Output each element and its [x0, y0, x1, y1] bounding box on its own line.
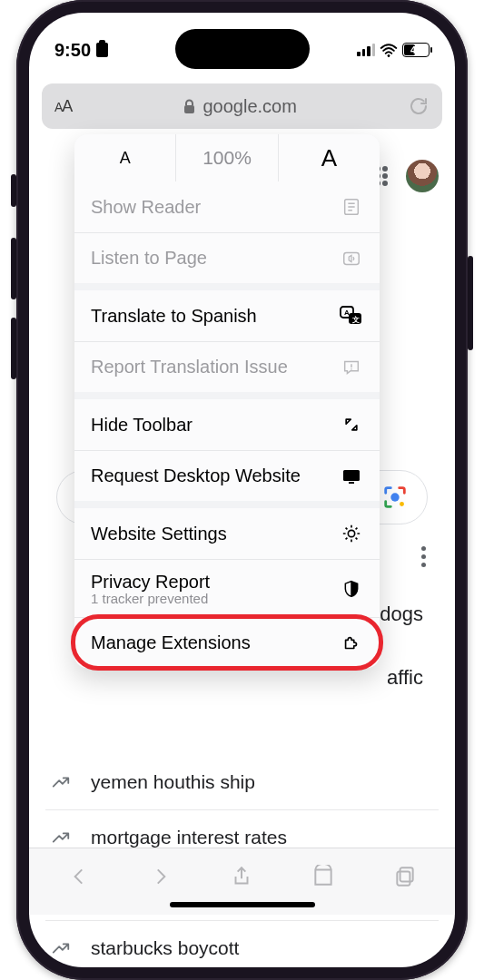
desktop-icon: [340, 465, 363, 488]
partial-text: affic: [387, 666, 423, 690]
svg-point-2: [390, 493, 399, 501]
svg-rect-5: [397, 871, 410, 885]
svg-point-19: [348, 530, 354, 536]
reload-button[interactable]: [408, 95, 430, 117]
listen-to-page-item[interactable]: Listen to Page: [74, 232, 380, 283]
puzzle-piece-icon: [340, 632, 363, 655]
svg-text:A: A: [344, 309, 350, 317]
svg-point-0: [388, 54, 390, 57]
hide-toolbar-item[interactable]: Hide Toolbar: [74, 399, 380, 450]
page-settings-popover: A 100% A Show Reader Listen to Page: [74, 134, 380, 668]
url-bar[interactable]: AA google.com: [42, 83, 442, 129]
wifi-icon: [380, 44, 398, 57]
website-settings-item[interactable]: Website Settings: [74, 508, 380, 559]
phone-frame: 9:50 42 AA: [16, 0, 468, 980]
google-lens-icon[interactable]: [381, 484, 409, 511]
page-format-button[interactable]: AA: [54, 97, 72, 116]
text-size-decrease-button[interactable]: A: [74, 134, 176, 181]
manage-extensions-item[interactable]: Manage Extensions: [74, 617, 380, 668]
id-card-icon: [96, 43, 108, 57]
svg-line-24: [346, 528, 348, 530]
report-translation-item[interactable]: Report Translation Issue: [74, 341, 380, 392]
svg-rect-4: [400, 867, 413, 881]
svg-point-16: [351, 368, 352, 370]
request-desktop-item[interactable]: Request Desktop Website: [74, 450, 380, 501]
show-reader-item[interactable]: Show Reader: [74, 181, 380, 232]
text-size-increase-button[interactable]: A: [279, 134, 380, 181]
account-avatar[interactable]: [406, 160, 439, 192]
forward-button[interactable]: [138, 858, 183, 895]
svg-line-27: [356, 528, 358, 530]
report-bubble-icon: [340, 356, 363, 379]
more-menu-icon[interactable]: [412, 537, 435, 576]
privacy-report-item[interactable]: Privacy Report 1 tracker prevented: [74, 559, 380, 617]
svg-rect-17: [343, 470, 360, 481]
battery-icon: 42: [402, 43, 430, 57]
svg-line-25: [356, 538, 358, 540]
dynamic-island: [175, 29, 310, 69]
speaker-icon: [340, 247, 363, 270]
home-indicator[interactable]: [170, 902, 315, 907]
text-size-value: 100%: [176, 134, 278, 181]
phone-screen: 9:50 42 AA: [29, 13, 455, 967]
trending-up-icon: [51, 938, 71, 958]
tabs-button[interactable]: [382, 858, 428, 895]
bookmarks-button[interactable]: [301, 858, 346, 895]
trending-up-icon: [51, 828, 71, 848]
cellular-signal-icon: [357, 44, 375, 56]
status-time: 9:50: [54, 40, 91, 61]
svg-rect-1: [184, 105, 194, 113]
svg-line-26: [346, 538, 348, 540]
privacy-report-subtitle: 1 tracker prevented: [91, 591, 210, 606]
gear-icon: [340, 522, 363, 545]
svg-point-3: [400, 502, 404, 506]
lock-icon: [183, 99, 196, 114]
translate-item[interactable]: Translate to Spanish A文: [74, 290, 380, 341]
svg-rect-18: [349, 482, 354, 484]
reader-icon: [340, 195, 363, 219]
fullscreen-icon: [340, 413, 363, 436]
trending-up-icon: [51, 772, 71, 792]
back-button[interactable]: [56, 858, 102, 895]
translate-icon: A文: [340, 304, 363, 328]
trending-item[interactable]: yemen houthis ship: [45, 755, 439, 810]
svg-text:文: 文: [351, 316, 360, 324]
share-button[interactable]: [219, 858, 264, 895]
url-domain: google.com: [202, 96, 296, 117]
shield-icon: [340, 577, 363, 601]
trending-item[interactable]: starbucks boycott: [45, 921, 439, 967]
